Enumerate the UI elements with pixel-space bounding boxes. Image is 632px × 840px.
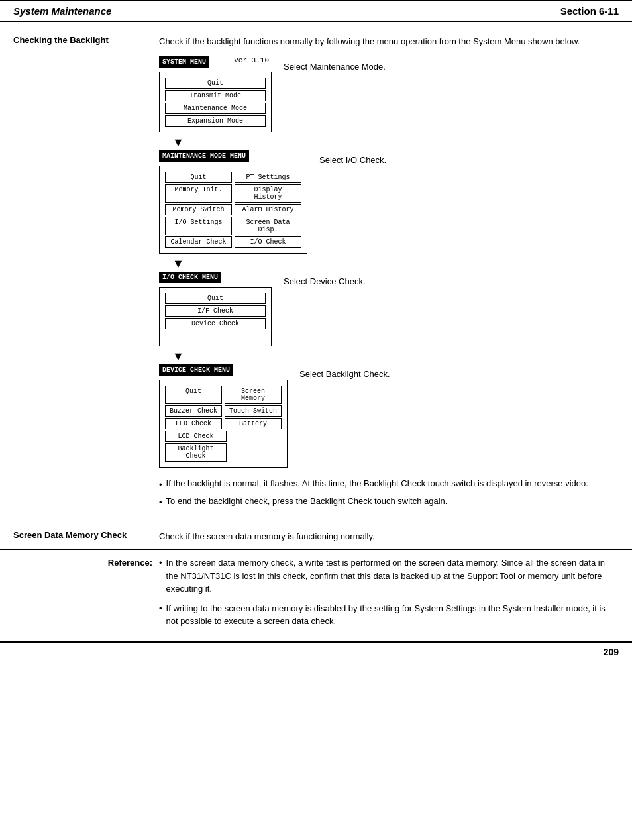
maint-btn-quit[interactable]: Quit: [165, 172, 232, 183]
maint-btn-calendar[interactable]: Calendar Check: [165, 236, 232, 248]
menu-btn-maintenance[interactable]: Maintenance Mode: [165, 103, 266, 114]
maintenance-menu-diagram: MAINTENANCE MODE MENU Quit PT Settings M…: [159, 150, 307, 254]
system-menu-box: Quit Transmit Mode Maintenance Mode Expa…: [159, 72, 272, 132]
maintenance-row-5: Calendar Check I/O Check: [165, 236, 301, 248]
bullet-1-dot: •: [159, 478, 162, 492]
maint-btn-iocheck[interactable]: I/O Check: [235, 236, 301, 248]
dev-btn-screenmem[interactable]: Screen Memory: [225, 386, 282, 404]
io-btn-devicecheck[interactable]: Device Check: [165, 318, 266, 329]
screen-data-label-col: Screen Data Memory Check: [13, 530, 159, 543]
device-check-menu-step: Select Backlight Check.: [299, 364, 390, 381]
io-btn-ifcheck[interactable]: I/F Check: [165, 305, 266, 317]
bullet-1-text: If the backlight is normal, it flashes. …: [166, 477, 588, 492]
menu-btn-expansion[interactable]: Expansion Mode: [165, 115, 266, 127]
maint-btn-pt[interactable]: PT Settings: [235, 172, 301, 183]
maintenance-row-3: Memory Switch Alarm History: [165, 204, 301, 215]
io-check-menu-title: I/O CHECK MENU: [159, 272, 221, 283]
maint-btn-alarm[interactable]: Alarm History: [235, 204, 301, 215]
maintenance-row-2: Memory Init. Display History: [165, 184, 301, 203]
device-check-menu-box: Quit Screen Memory Buzzer Check Touch Sw…: [159, 380, 288, 468]
device-row-3: LED Check Battery: [165, 418, 282, 429]
device-check-menu-diagram: DEVICE CHECK MENU Quit Screen Memory Buz…: [159, 364, 288, 468]
right-column: Check if the backlight functions normall…: [159, 35, 619, 516]
ref-item-1: • In the screen data memory check, a wri…: [159, 556, 619, 596]
screen-data-label: Screen Data Memory Check: [13, 530, 159, 540]
reference-section: Reference: • In the screen data memory c…: [0, 549, 632, 641]
screen-data-content: Screen Data Memory Check Check if the sc…: [13, 530, 619, 543]
header-section: Section 6-11: [560, 5, 619, 17]
system-menu-diagram: SYSTEM MENU Ver 3.10 Quit Transmit Mode …: [159, 56, 272, 132]
system-menu-title: SYSTEM MENU: [159, 56, 209, 68]
ref-item-1-text: In the screen data memory check, a write…: [166, 556, 619, 596]
system-menu-row: SYSTEM MENU Ver 3.10 Quit Transmit Mode …: [159, 56, 619, 132]
ref-item-2: • If writing to the screen data memory i…: [159, 602, 619, 628]
system-menu-header-row: SYSTEM MENU Ver 3.10: [159, 56, 272, 72]
ref-bullet-2-dot: •: [159, 602, 162, 628]
dev-btn-buzzer[interactable]: Buzzer Check: [165, 405, 222, 417]
ref-item-2-text: If writing to the screen data memory is …: [166, 602, 619, 628]
maintenance-row-4: I/O Settings Screen Data Disp.: [165, 217, 301, 235]
maintenance-menu-box: Quit PT Settings Memory Init. Display Hi…: [159, 166, 307, 254]
arrow-2: ▼: [159, 258, 619, 270]
device-row-1: Quit Screen Memory: [165, 386, 282, 404]
device-row-4: LCD Check: [165, 431, 282, 442]
maintenance-row-1: Quit PT Settings: [165, 172, 301, 183]
bullet-2-text: To end the backlight check, press the Ba…: [166, 495, 448, 509]
maint-btn-display[interactable]: Display History: [235, 184, 301, 203]
page-number: 209: [0, 641, 632, 664]
io-check-menu-wrapper: I/O CHECK MENU Quit I/F Check Device Che…: [159, 271, 619, 364]
dev-btn-backlight[interactable]: Backlight Check: [165, 443, 227, 462]
header: System Maintenance Section 6-11: [0, 0, 632, 22]
backlight-bullets: • If the backlight is normal, it flashes…: [159, 477, 619, 509]
screen-data-section: Screen Data Memory Check Check if the sc…: [0, 523, 632, 550]
menu-btn-transmit[interactable]: Transmit Mode: [165, 90, 266, 101]
ref-bullet-1-dot: •: [159, 556, 162, 596]
system-menu-wrapper: SYSTEM MENU Ver 3.10 Quit Transmit Mode …: [159, 56, 619, 150]
main-content: Checking the Backlight Check if the back…: [0, 22, 632, 523]
device-check-menu-wrapper: DEVICE CHECK MENU Quit Screen Memory Buz…: [159, 364, 619, 470]
io-check-menu-step: Select Device Check.: [284, 271, 366, 288]
screen-data-desc: Check if the screen data memory is funct…: [159, 530, 619, 543]
reference-label: Reference:: [13, 556, 159, 635]
maintenance-menu-step: Select I/O Check.: [319, 150, 386, 167]
dev-btn-touchswitch[interactable]: Touch Switch: [225, 405, 282, 417]
system-menu-step: Select Maintenance Mode.: [284, 56, 386, 74]
io-check-menu-diagram: I/O CHECK MENU Quit I/F Check Device Che…: [159, 271, 272, 346]
system-menu-ver: Ver 3.10: [234, 56, 272, 64]
maintenance-menu-row: MAINTENANCE MODE MENU Quit PT Settings M…: [159, 150, 619, 254]
reference-content: Reference: • In the screen data memory c…: [13, 556, 619, 635]
bullet-2-dot: •: [159, 496, 162, 509]
maintenance-menu-title: MAINTENANCE MODE MENU: [159, 150, 249, 162]
io-check-menu-row: I/O CHECK MENU Quit I/F Check Device Che…: [159, 271, 619, 346]
device-row-2: Buzzer Check Touch Switch: [165, 405, 282, 417]
bullet-2: • To end the backlight check, press the …: [159, 495, 619, 509]
dev-btn-quit[interactable]: Quit: [165, 386, 222, 404]
device-row-5: Backlight Check: [165, 443, 282, 462]
arrow-1: ▼: [159, 136, 619, 148]
reference-items: • In the screen data memory check, a wri…: [159, 556, 619, 635]
dev-btn-led[interactable]: LED Check: [165, 418, 222, 429]
device-check-menu-title: DEVICE CHECK MENU: [159, 364, 233, 376]
page: System Maintenance Section 6-11 Checking…: [0, 0, 632, 840]
checking-backlight-label: Checking the Backlight: [13, 35, 159, 45]
maint-btn-screendata[interactable]: Screen Data Disp.: [235, 217, 301, 235]
maintenance-menu-wrapper: MAINTENANCE MODE MENU Quit PT Settings M…: [159, 150, 619, 271]
dev-btn-lcd[interactable]: LCD Check: [165, 431, 227, 442]
header-title: System Maintenance: [13, 5, 111, 17]
device-check-menu-row: DEVICE CHECK MENU Quit Screen Memory Buz…: [159, 364, 619, 468]
checking-backlight-desc: Check if the backlight functions normall…: [159, 35, 619, 48]
io-check-menu-box: Quit I/F Check Device Check: [159, 287, 272, 346]
maint-btn-iosettings[interactable]: I/O Settings: [165, 217, 232, 235]
bullet-1: • If the backlight is normal, it flashes…: [159, 477, 619, 492]
arrow-3: ▼: [159, 350, 619, 362]
menu-btn-quit[interactable]: Quit: [165, 78, 266, 89]
io-btn-quit[interactable]: Quit: [165, 293, 266, 304]
maint-btn-memoryswitch[interactable]: Memory Switch: [165, 204, 232, 215]
maint-btn-memoryinit[interactable]: Memory Init.: [165, 184, 232, 203]
dev-btn-battery[interactable]: Battery: [225, 418, 282, 429]
left-column: Checking the Backlight: [13, 35, 159, 516]
